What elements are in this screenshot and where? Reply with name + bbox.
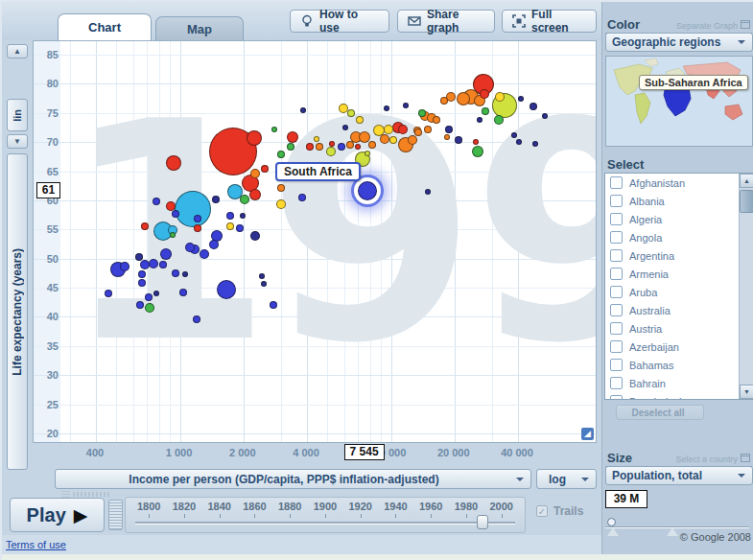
trails-control[interactable]: ✓ Trails bbox=[536, 504, 583, 518]
data-bubble[interactable] bbox=[287, 131, 298, 143]
data-bubble[interactable] bbox=[346, 141, 354, 149]
data-bubble[interactable] bbox=[316, 143, 323, 151]
data-bubble[interactable] bbox=[403, 103, 409, 108]
country-row[interactable]: Armenia bbox=[605, 265, 753, 283]
country-checkbox[interactable] bbox=[610, 176, 623, 189]
data-bubble[interactable] bbox=[240, 213, 246, 219]
data-bubble[interactable] bbox=[212, 196, 220, 203]
data-bubble[interactable] bbox=[495, 92, 505, 102]
country-checkbox[interactable] bbox=[610, 268, 623, 280]
data-bubble[interactable] bbox=[259, 273, 265, 279]
data-bubble[interactable] bbox=[270, 301, 277, 309]
scroll-down-button[interactable]: ▼ bbox=[740, 385, 753, 399]
full-screen-button[interactable]: Full screen bbox=[502, 10, 597, 33]
data-bubble[interactable] bbox=[138, 279, 146, 287]
y-axis-up-button[interactable]: ▲ bbox=[7, 44, 28, 58]
how-to-use-button[interactable]: How to use bbox=[290, 10, 389, 33]
play-button[interactable]: Play ▶ bbox=[10, 498, 105, 532]
share-graph-button[interactable]: Share graph bbox=[397, 10, 495, 33]
data-bubble[interactable] bbox=[159, 261, 167, 268]
data-bubble[interactable] bbox=[277, 184, 285, 192]
data-bubble[interactable] bbox=[138, 270, 146, 278]
speed-grip-handle[interactable] bbox=[108, 500, 123, 530]
region-color-map[interactable] bbox=[605, 56, 753, 147]
timeline[interactable]: 1800182018401860188019001920194019601980… bbox=[125, 497, 526, 533]
y-axis-down-button[interactable]: ▼ bbox=[7, 134, 28, 149]
timeline-year-label[interactable]: 1820 bbox=[173, 501, 196, 512]
country-row[interactable]: Austria bbox=[605, 319, 753, 338]
data-bubble[interactable] bbox=[532, 141, 538, 147]
data-bubble[interactable] bbox=[170, 232, 176, 238]
timeline-year-label[interactable]: 1980 bbox=[455, 501, 478, 512]
country-checkbox[interactable] bbox=[610, 322, 623, 335]
country-row[interactable]: Algeria bbox=[605, 210, 753, 228]
selected-bubble-south-africa[interactable] bbox=[358, 181, 377, 200]
data-bubble[interactable] bbox=[380, 134, 389, 144]
data-bubble[interactable] bbox=[455, 136, 462, 144]
data-bubble[interactable] bbox=[145, 293, 153, 301]
bubble-chart-plot[interactable]: 1991 8580757065605550454035302520 61 Sou… bbox=[33, 40, 597, 443]
data-bubble[interactable] bbox=[250, 169, 260, 178]
data-bubble[interactable] bbox=[226, 212, 234, 220]
data-bubble[interactable] bbox=[516, 139, 522, 145]
data-bubble[interactable] bbox=[347, 109, 355, 117]
data-bubble[interactable] bbox=[276, 199, 286, 209]
data-bubble[interactable] bbox=[529, 103, 537, 110]
country-row[interactable]: Bahamas bbox=[605, 356, 753, 374]
data-bubble[interactable] bbox=[172, 269, 179, 277]
timeline-year-label[interactable]: 1900 bbox=[314, 501, 337, 512]
tab-chart[interactable]: Chart bbox=[58, 13, 152, 40]
data-bubble[interactable] bbox=[355, 144, 361, 150]
timeline-year-label[interactable]: 1860 bbox=[243, 501, 266, 512]
scrollbar-thumb[interactable] bbox=[740, 190, 753, 213]
data-bubble[interactable] bbox=[494, 115, 504, 125]
data-bubble[interactable] bbox=[193, 315, 200, 323]
country-checkbox[interactable] bbox=[610, 359, 623, 371]
data-bubble[interactable] bbox=[271, 127, 277, 132]
data-bubble[interactable] bbox=[141, 222, 149, 230]
data-bubble[interactable] bbox=[236, 224, 244, 232]
size-bubble-handle[interactable] bbox=[607, 518, 616, 526]
country-checkbox[interactable] bbox=[610, 377, 623, 389]
data-bubble[interactable] bbox=[477, 117, 482, 123]
data-bubble[interactable] bbox=[473, 139, 479, 145]
data-bubble[interactable] bbox=[179, 289, 187, 296]
country-select-list[interactable]: AfghanistanAlbaniaAlgeriaAngolaArgentina… bbox=[604, 173, 753, 400]
country-row[interactable]: Angola bbox=[605, 228, 753, 246]
data-bubble[interactable] bbox=[445, 126, 453, 133]
data-bubble[interactable] bbox=[200, 249, 209, 259]
country-checkbox[interactable] bbox=[610, 304, 623, 316]
data-bubble[interactable] bbox=[247, 130, 262, 146]
data-bubble[interactable] bbox=[298, 194, 306, 201]
data-bubble[interactable] bbox=[356, 116, 364, 124]
data-bubble[interactable] bbox=[249, 189, 261, 200]
data-bubble[interactable] bbox=[250, 231, 260, 241]
data-bubble[interactable] bbox=[389, 136, 397, 144]
data-bubble[interactable] bbox=[425, 189, 431, 195]
data-bubble[interactable] bbox=[226, 222, 234, 230]
data-bubble[interactable] bbox=[240, 195, 249, 204]
list-scrollbar[interactable]: ▲ ▼ bbox=[739, 174, 753, 399]
data-bubble[interactable] bbox=[418, 109, 426, 117]
trails-checkbox[interactable]: ✓ bbox=[536, 505, 548, 517]
country-checkbox[interactable] bbox=[610, 249, 623, 262]
data-bubble[interactable] bbox=[149, 259, 158, 268]
country-row[interactable]: Azerbaijan bbox=[605, 338, 753, 356]
data-bubble[interactable] bbox=[408, 135, 417, 145]
data-bubble[interactable] bbox=[136, 301, 144, 309]
country-checkbox[interactable] bbox=[610, 395, 623, 400]
data-bubble[interactable] bbox=[160, 248, 172, 260]
collapse-panel-icon[interactable] bbox=[741, 20, 750, 29]
timeline-track[interactable] bbox=[135, 522, 515, 525]
timeline-slider-handle[interactable] bbox=[477, 515, 488, 529]
data-bubble[interactable] bbox=[424, 126, 432, 133]
data-bubble[interactable] bbox=[472, 146, 483, 157]
data-bubble[interactable] bbox=[480, 89, 489, 99]
country-row[interactable]: Aruba bbox=[605, 283, 753, 301]
data-bubble[interactable] bbox=[172, 210, 179, 218]
size-indicator-dropdown[interactable]: Population, total bbox=[605, 466, 753, 485]
data-bubble[interactable] bbox=[135, 253, 143, 261]
data-bubble[interactable] bbox=[194, 224, 201, 232]
data-bubble[interactable] bbox=[329, 141, 335, 147]
timeline-year-label[interactable]: 1840 bbox=[208, 501, 231, 512]
